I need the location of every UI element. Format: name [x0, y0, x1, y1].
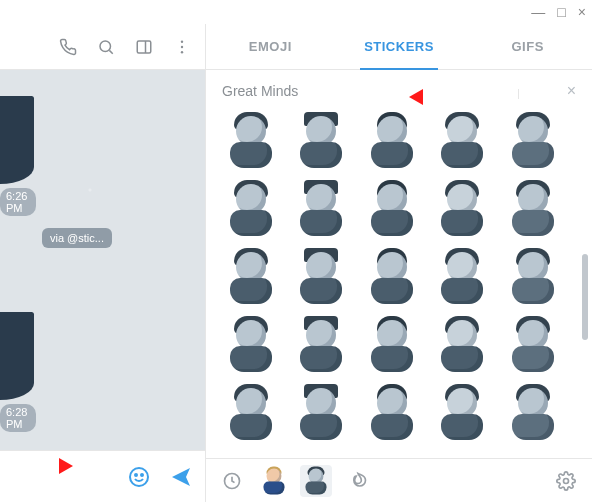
sidebar-toggle-icon[interactable] [135, 38, 153, 56]
sticker-item[interactable] [290, 246, 352, 308]
sticker-item[interactable] [431, 246, 493, 308]
svg-point-8 [135, 474, 137, 476]
sticker-item[interactable] [220, 178, 282, 240]
chat-messages-area[interactable]: 6:26 PM via @stic... 6:28 PM [0, 70, 205, 450]
svg-point-5 [181, 45, 183, 47]
send-button[interactable] [169, 465, 193, 489]
message-time: 6:26 PM [0, 188, 36, 216]
emoji-picker-button[interactable] [127, 465, 151, 489]
sticker-item[interactable] [290, 382, 352, 444]
sticker-pack-title: Great Minds [222, 83, 298, 99]
sticker-item[interactable] [290, 178, 352, 240]
window-maximize-button[interactable]: □ [557, 4, 565, 20]
sticker-item[interactable] [502, 314, 564, 376]
sticker-item[interactable] [431, 314, 493, 376]
search-icon[interactable] [97, 38, 115, 56]
sticker-pack-header: Great Minds × [206, 70, 592, 106]
recent-icon[interactable] [216, 465, 248, 497]
svg-point-4 [181, 40, 183, 42]
tab-stickers[interactable]: STICKERS [335, 24, 464, 69]
sticker-item[interactable] [361, 178, 423, 240]
sticker-item[interactable] [290, 110, 352, 172]
svg-point-6 [181, 51, 183, 53]
close-icon[interactable]: × [567, 82, 576, 100]
window-controls: — □ × [531, 4, 586, 20]
message-composer [0, 450, 205, 502]
call-icon[interactable] [59, 38, 77, 56]
sticker-pack-thumb[interactable] [258, 465, 290, 497]
flame-icon[interactable] [342, 465, 374, 497]
sticker-item[interactable] [502, 110, 564, 172]
sticker-panel: EMOJI STICKERS GIFS Great Minds × [206, 24, 592, 502]
sticker-item[interactable] [502, 178, 564, 240]
sticker-message[interactable] [0, 312, 34, 400]
sticker-item[interactable] [502, 382, 564, 444]
chat-pane: 6:26 PM via @stic... 6:28 PM [0, 24, 206, 502]
media-tabs: EMOJI STICKERS GIFS [206, 24, 592, 70]
via-bot-badge[interactable]: via @stic... [42, 228, 112, 248]
sticker-item[interactable] [361, 110, 423, 172]
sticker-item[interactable] [361, 314, 423, 376]
sticker-item[interactable] [220, 110, 282, 172]
sticker-pack-tray [206, 458, 592, 502]
svg-line-1 [109, 50, 112, 53]
svg-point-9 [141, 474, 143, 476]
tab-gifs[interactable]: GIFS [463, 24, 592, 69]
sticker-message[interactable] [0, 96, 34, 184]
tab-emoji[interactable]: EMOJI [206, 24, 335, 69]
sticker-item[interactable] [220, 382, 282, 444]
window-close-button[interactable]: × [578, 4, 586, 20]
sticker-item[interactable] [361, 246, 423, 308]
sticker-grid [206, 106, 592, 448]
sticker-item[interactable] [431, 382, 493, 444]
sticker-item[interactable] [431, 178, 493, 240]
chat-header-toolbar [0, 24, 205, 70]
window-minimize-button[interactable]: — [531, 4, 545, 20]
sticker-item[interactable] [361, 382, 423, 444]
sticker-pack-thumb-selected[interactable] [300, 465, 332, 497]
svg-point-7 [130, 468, 148, 486]
gear-icon[interactable] [550, 465, 582, 497]
message-time: 6:28 PM [0, 404, 36, 432]
svg-point-0 [100, 41, 111, 52]
scrollbar-thumb[interactable] [582, 254, 588, 340]
sticker-item[interactable] [502, 246, 564, 308]
sticker-item[interactable] [220, 314, 282, 376]
svg-point-11 [564, 478, 569, 483]
more-vertical-icon[interactable] [173, 38, 191, 56]
sticker-item[interactable] [431, 110, 493, 172]
sticker-item[interactable] [220, 246, 282, 308]
svg-rect-2 [137, 41, 151, 53]
sticker-item[interactable] [290, 314, 352, 376]
